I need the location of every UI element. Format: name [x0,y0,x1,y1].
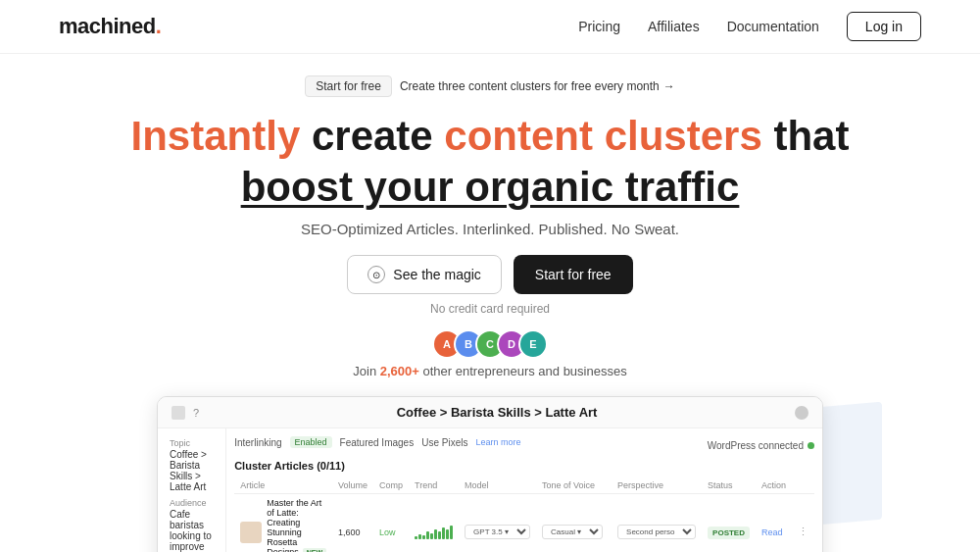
articles-table: Article Volume Comp Trend Model Tone of … [234,477,814,552]
see-magic-button[interactable]: ⊙ See the magic [347,255,502,294]
volume-cell: 1,600 [332,494,373,552]
nav-links: Pricing Affiliates Documentation Log in [578,12,921,41]
banner-tag: Start for free [305,75,392,97]
trend-bar-segment [434,529,437,539]
col-tone: Tone of Voice [536,477,612,494]
dashboard-header: ? Coffee > Barista Skills > Latte Art [158,397,822,428]
hero-line2-text: boost your organic traffic [241,164,740,210]
dash-top-bar: Interlinking Enabled Featured Images Use… [234,436,814,454]
hero-banner: Start for free Create three content clus… [305,75,675,97]
comp-cell: Low [373,494,409,552]
social-rest: other entrepreneurs and businesses [423,364,627,378]
trend-bar-segment [446,529,449,539]
topic-value: Coffee > Barista Skills > Latte Art [170,449,207,492]
audience-label: Audience [170,498,214,508]
social-proof: A B C D E Join 2,600+ other entrepreneur… [20,329,960,378]
dash-title: Coffee > Barista Skills > Latte Art [397,405,598,420]
trend-bar-segment [415,536,417,539]
see-magic-label: See the magic [393,267,481,282]
col-comp: Comp [373,477,409,494]
status-cell: POSTED [702,494,756,552]
start-free-button[interactable]: Start for free [514,255,633,294]
col-trend: Trend [409,477,459,494]
hero-subtext: SEO-Optimized Articles. Interlinked. Pub… [20,221,960,237]
social-text: Join 2,600+ other entrepreneurs and busi… [353,364,626,378]
magic-icon: ⊙ [368,266,385,283]
featured-images-value: Use Pixels [421,437,467,448]
learn-more-link[interactable]: Learn more [475,437,520,447]
read-link[interactable]: Read [761,527,783,537]
close-icon[interactable] [795,406,808,420]
hero-heading-line2: boost your organic traffic [20,164,960,211]
enabled-badge: Enabled [290,436,332,448]
login-button[interactable]: Log in [847,12,921,41]
dashboard-sidebar: Topic Coffee > Barista Skills > Latte Ar… [158,428,226,552]
tone-select[interactable]: Casual ▾ [542,525,603,539]
model-select[interactable]: GPT 3.5 ▾ [465,525,530,539]
topic-field: Topic Coffee > Barista Skills > Latte Ar… [170,438,214,492]
hero-word-that: that [773,113,849,159]
col-action: Action [756,477,792,494]
trend-bar-segment [430,533,433,539]
logo: machined. [59,14,161,39]
col-article: Article [234,477,332,494]
trend-bar [415,526,453,539]
trend-bar-segment [422,535,425,539]
trend-bar-segment [418,534,421,539]
avatar-group: A B C D E [432,329,548,359]
article-title: Master the Art of Latte: Creating Stunni… [267,498,326,552]
trend-bar-segment [442,527,445,539]
hero-buttons: ⊙ See the magic Start for free [20,255,960,294]
dash-icon [172,406,185,420]
trend-cell [409,494,459,552]
model-cell: GPT 3.5 ▾ [459,494,536,552]
hero-word-instantly: Instantly [131,113,301,159]
hero-section: Start for free Create three content clus… [0,54,980,388]
dash-question[interactable]: ? [193,407,199,419]
cluster-header: Cluster Articles (0/11) [234,460,814,472]
posted-badge: POSTED [708,527,750,539]
no-credit-text: No credit card required [20,302,960,316]
featured-images-label: Featured Images [340,437,415,448]
perspective-select[interactable]: Second person (you, your... [617,525,696,539]
dashboard-preview-wrapper: ? Coffee > Barista Skills > Latte Art To… [157,396,823,552]
article-cell: Master the Art of Latte: Creating Stunni… [234,494,332,552]
wp-dot [808,442,814,449]
tone-cell: Casual ▾ [536,494,612,552]
banner-link[interactable]: Create three content clusters for free e… [400,79,675,93]
logo-dot: . [156,14,162,38]
interlink-label: Interlinking [234,437,281,448]
col-status: Status [702,477,756,494]
table-row: Master the Art of Latte: Creating Stunni… [234,494,814,552]
audience-field: Audience Cafe baristas looking to improv… [170,498,214,552]
nav-pricing[interactable]: Pricing [578,19,620,34]
trend-bar-segment [450,526,453,539]
dashboard: ? Coffee > Barista Skills > Latte Art To… [157,396,823,552]
article-thumb [240,522,262,543]
more-cell[interactable]: ⋮ [792,494,814,552]
dashboard-content: Topic Coffee > Barista Skills > Latte Ar… [158,428,822,552]
audience-value: Cafe baristas looking to improve their s… [170,509,213,552]
trend-bar-segment [426,531,429,539]
dashboard-header-left: ? [172,406,199,420]
action-cell[interactable]: Read [756,494,792,552]
perspective-cell: Second person (you, your... [612,494,702,552]
navbar: machined. Pricing Affiliates Documentati… [0,0,980,54]
trend-bar-segment [438,531,441,539]
col-perspective: Perspective [612,477,702,494]
nav-documentation[interactable]: Documentation [727,19,819,34]
wp-label: WordPress connected [708,440,804,451]
more-icon[interactable]: ⋮ [798,526,808,537]
hero-word-content-clusters: content clusters [444,113,761,159]
col-extra [792,477,814,494]
dashboard-main: Interlinking Enabled Featured Images Use… [226,428,822,552]
col-model: Model [459,477,536,494]
col-volume: Volume [332,477,373,494]
avatar-5: E [518,329,548,359]
topic-label: Topic [170,438,214,448]
nav-affiliates[interactable]: Affiliates [648,19,700,34]
wp-connected: WordPress connected [708,440,814,451]
interlink-section: Interlinking Enabled Featured Images Use… [234,436,520,448]
hero-word-create: create [312,113,444,159]
new-badge: NEW [303,548,326,552]
